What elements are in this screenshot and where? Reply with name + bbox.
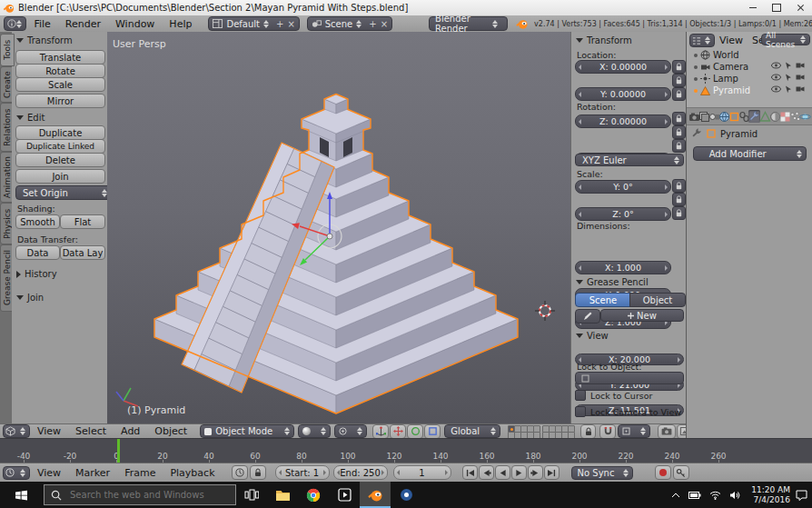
start-button[interactable]: [0, 482, 42, 508]
join-button[interactable]: Join: [15, 169, 105, 184]
increment-icon[interactable]: [665, 65, 668, 70]
scene-selector[interactable]: Scene + ×: [307, 16, 392, 31]
grease-scene-button[interactable]: Scene: [575, 293, 631, 307]
outliner-item-camera[interactable]: Camera: [694, 61, 748, 73]
editor-type-button[interactable]: [689, 34, 715, 47]
menu-view[interactable]: View: [30, 467, 68, 479]
decrement-icon[interactable]: [579, 184, 581, 190]
shade-smooth-button[interactable]: Smooth: [15, 214, 60, 229]
file-explorer-button[interactable]: [267, 482, 298, 508]
lock-location-y-button[interactable]: [672, 74, 686, 87]
secondary-app-button[interactable]: [391, 482, 421, 508]
decrement-icon[interactable]: [397, 470, 400, 475]
increment-icon[interactable]: [381, 470, 384, 475]
remove-scene-icon[interactable]: ×: [381, 19, 388, 29]
render-restrict-icon[interactable]: [796, 62, 806, 69]
rotation-z-field[interactable]: Z:0°: [575, 207, 671, 221]
viewport-shading-dropdown[interactable]: [298, 424, 331, 438]
pointer-icon[interactable]: [785, 85, 792, 94]
panel-header-edit[interactable]: Edit: [16, 113, 45, 123]
add-layout-icon[interactable]: +: [276, 19, 283, 29]
editor-type-button[interactable]: [3, 466, 30, 480]
outliner-filter-dropdown[interactable]: All Scenes: [761, 34, 810, 45]
increment-icon[interactable]: [323, 470, 326, 475]
lock-rotation-y-button[interactable]: [672, 125, 686, 139]
play-reverse-button[interactable]: [495, 465, 510, 480]
taskbar-clock[interactable]: 11:20 AM 7/4/2016: [748, 485, 790, 505]
shade-flat-button[interactable]: Flat: [60, 214, 105, 229]
snap-element-dropdown[interactable]: [618, 424, 650, 438]
pointer-icon[interactable]: [785, 74, 792, 82]
panel-header-view[interactable]: View: [576, 331, 609, 341]
decrement-icon[interactable]: [579, 119, 581, 125]
frame-end-field[interactable]: End:250: [333, 465, 388, 480]
panel-header-operator[interactable]: Join: [16, 293, 44, 303]
lock-to-cursor-checkbox[interactable]: [575, 390, 586, 401]
lock-rotation-x-button[interactable]: [672, 112, 686, 125]
eye-icon[interactable]: [771, 85, 781, 93]
next-keyframe-button[interactable]: [528, 465, 543, 480]
rotation-mode-dropdown[interactable]: XYZ Euler: [575, 154, 684, 166]
auto-keyframe-record-button[interactable]: [655, 465, 671, 480]
tab-tools[interactable]: Tools: [0, 34, 15, 66]
current-frame-field[interactable]: 1: [393, 465, 451, 480]
increment-icon[interactable]: [665, 184, 668, 190]
decrement-icon[interactable]: [579, 265, 581, 271]
data-button[interactable]: Data: [15, 245, 60, 260]
chrome-button[interactable]: [298, 482, 329, 508]
grease-object-button[interactable]: Object: [629, 293, 686, 307]
decrement-icon[interactable]: [579, 92, 581, 97]
eye-icon[interactable]: [771, 74, 781, 81]
layers-grid-2[interactable]: [542, 425, 573, 437]
rotation-y-field[interactable]: Y:0°: [575, 180, 671, 194]
opengl-render-button[interactable]: [658, 424, 676, 439]
menu-window[interactable]: Window: [108, 18, 162, 30]
volume-tray-button[interactable]: [725, 482, 745, 508]
scale-x-field[interactable]: X:1.000: [575, 261, 671, 274]
tab-physics[interactable]: [799, 110, 811, 123]
scale-button[interactable]: Scale: [15, 77, 105, 92]
layers-grid-1[interactable]: [508, 425, 539, 437]
increment-icon[interactable]: [665, 92, 668, 97]
scale-manipulator-button[interactable]: [424, 424, 441, 439]
increment-icon[interactable]: [665, 212, 668, 217]
increment-icon[interactable]: [445, 470, 448, 475]
rotate-button[interactable]: Rotate: [15, 64, 105, 78]
pivot-dropdown[interactable]: [334, 424, 367, 438]
rotate-manipulator-button[interactable]: [407, 424, 423, 439]
editor-type-button[interactable]: [3, 424, 30, 438]
lock-to-object-field[interactable]: [575, 372, 684, 384]
pointer-icon[interactable]: [785, 62, 792, 70]
taskbar-search-box[interactable]: [44, 484, 236, 505]
set-origin-dropdown[interactable]: Set Origin: [15, 185, 112, 200]
network-tray-button[interactable]: [705, 482, 725, 508]
remove-layout-icon[interactable]: ×: [287, 19, 294, 29]
task-view-button[interactable]: [236, 482, 267, 508]
tray-expand-button[interactable]: [667, 482, 685, 508]
breadcrumb-object-name[interactable]: Pyramid: [720, 129, 758, 139]
menu-file[interactable]: File: [26, 18, 57, 30]
location-x-field[interactable]: X:0.00000: [575, 60, 671, 74]
outliner-item-world[interactable]: World: [694, 49, 739, 61]
location-z-field[interactable]: Z:0.00000: [575, 115, 671, 128]
media-app-button[interactable]: [329, 482, 360, 508]
delete-button[interactable]: Delete: [15, 153, 105, 167]
outliner-item-lamp[interactable]: Lamp: [694, 73, 738, 85]
decrement-icon[interactable]: [279, 470, 282, 475]
menu-add[interactable]: Add: [114, 425, 147, 437]
lock-location-x-button[interactable]: [672, 60, 686, 74]
render-restrict-icon[interactable]: [796, 74, 806, 81]
search-input[interactable]: [68, 489, 231, 501]
jump-to-start-button[interactable]: [462, 465, 478, 480]
increment-icon[interactable]: [665, 265, 668, 271]
play-button[interactable]: [511, 465, 527, 480]
panel-header-transform[interactable]: Transform: [16, 35, 73, 45]
blender-taskbar-button[interactable]: [360, 482, 391, 508]
menu-help[interactable]: Help: [162, 18, 199, 30]
menu-select[interactable]: Select: [68, 425, 114, 437]
grease-draw-mode-button[interactable]: [575, 309, 600, 324]
menu-render[interactable]: Render: [58, 18, 108, 30]
menu-object[interactable]: Object: [147, 425, 194, 437]
duplicate-button[interactable]: Duplicate: [15, 125, 105, 140]
eye-icon[interactable]: [771, 62, 781, 69]
